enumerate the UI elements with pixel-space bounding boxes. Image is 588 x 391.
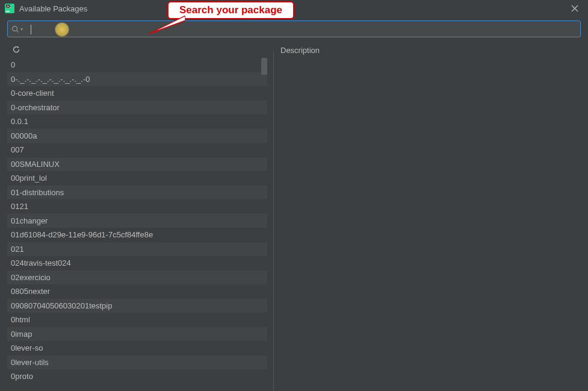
package-list-item[interactable]: 0805nexter (7, 284, 267, 299)
scrollbar-track[interactable] (261, 58, 267, 391)
package-list-item[interactable]: 00SMALINUX (7, 157, 267, 172)
svg-text:PC: PC (7, 5, 11, 8)
package-list-item[interactable]: 01changer (7, 214, 267, 228)
description-panel: Description (272, 42, 581, 391)
svg-marker-8 (149, 16, 185, 34)
package-list-item[interactable]: 0proto (7, 369, 267, 384)
package-list-item[interactable]: 01d61084-d29e-11e9-96d1-7c5cf84ffe8e (7, 228, 267, 242)
description-label: Description (278, 46, 322, 55)
search-input[interactable] (25, 22, 577, 36)
search-options-dropdown-icon[interactable]: ▾ (20, 27, 23, 32)
svg-marker-9 (17, 46, 19, 48)
package-list-item[interactable]: 090807040506030201testpip (7, 299, 267, 313)
package-list-item[interactable]: 0-._.-._.-._.-._.-._.-._.-0 (7, 72, 267, 87)
app-icon: PC (5, 4, 14, 13)
package-list-item[interactable]: 0 (7, 58, 267, 72)
search-icon (11, 25, 19, 33)
text-cursor (31, 25, 31, 34)
package-list-item[interactable]: 0imap (7, 327, 267, 342)
package-list-item[interactable]: 0-core-client (7, 86, 267, 101)
refresh-button[interactable] (11, 44, 22, 55)
package-list-item[interactable]: 0121 (7, 199, 267, 214)
refresh-icon (12, 45, 20, 54)
package-list-item[interactable]: 0html (7, 313, 267, 327)
search-field-container: ▾ (7, 20, 581, 37)
callout-text: Search your package (179, 4, 282, 16)
package-list-item[interactable]: 0lever-so (7, 341, 267, 355)
package-list-item[interactable]: 0.0.1 (7, 114, 267, 129)
package-list-item[interactable]: 00000a (7, 129, 267, 143)
package-list-item[interactable]: 0lever-utils (7, 355, 267, 370)
package-list-item[interactable]: 021 (7, 242, 267, 257)
package-list-item[interactable]: 02exercicio (7, 271, 267, 285)
panel-splitter[interactable] (267, 42, 272, 391)
svg-rect-3 (6, 11, 10, 12)
package-list[interactable]: 00-._.-._.-._.-._.-._.-._.-00-core-clien… (7, 58, 267, 391)
left-panel: 00-._.-._.-._.-._.-._.-._.-00-core-clien… (7, 42, 267, 391)
toolbar (7, 42, 267, 57)
annotation-callout: Search your package (167, 1, 294, 19)
package-list-item[interactable]: 01-distributions (7, 186, 267, 200)
svg-line-7 (17, 30, 19, 32)
scrollbar-thumb[interactable] (261, 58, 267, 75)
svg-point-6 (13, 26, 17, 31)
panel-border (273, 51, 274, 391)
callout-tail (149, 16, 185, 40)
package-list-item[interactable]: 024travis-test024 (7, 256, 267, 271)
package-list-item[interactable]: 007 (7, 143, 267, 157)
package-list-item[interactable]: 00print_lol (7, 171, 267, 186)
close-button[interactable] (566, 0, 583, 17)
main-area: 00-._.-._.-._.-._.-._.-._.-00-core-clien… (0, 42, 588, 391)
package-list-item[interactable]: 0-orchestrator (7, 101, 267, 115)
